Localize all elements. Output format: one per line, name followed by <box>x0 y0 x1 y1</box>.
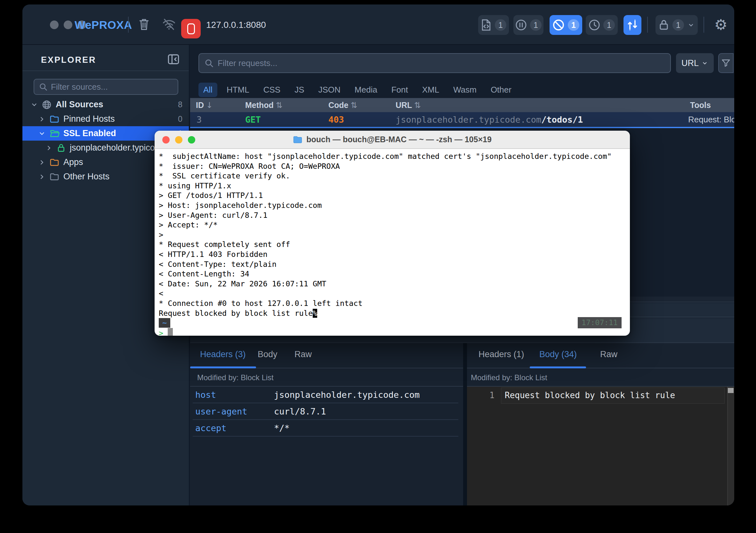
window-minimize-button[interactable] <box>64 20 72 29</box>
tab-request-headers[interactable]: Headers (3) <box>200 350 246 359</box>
column-id[interactable]: ID ↓ <box>196 100 213 110</box>
clear-requests-button[interactable] <box>136 16 152 33</box>
terminal-line: * Connection #0 to host 127.0.0.1 left i… <box>159 298 630 308</box>
tab-all[interactable]: All <box>199 83 217 97</box>
terminal-titlebar[interactable]: bouch — bouch@EB-MAC — ~ — -zsh — 105×19 <box>155 131 630 149</box>
tab-request-raw[interactable]: Raw <box>294 350 312 359</box>
wifi-slash-icon <box>162 18 176 31</box>
trash-icon <box>138 17 150 31</box>
header-row: user-agent curl/8.7.1 <box>193 403 458 420</box>
tab-wasm[interactable]: Wasm <box>448 83 481 97</box>
block-icon <box>553 19 565 31</box>
terminal-line: * using HTTP/1.x <box>159 181 630 191</box>
swap-icon <box>626 19 638 31</box>
sidebar-item-all-sources[interactable]: All Sources 8 <box>22 98 189 112</box>
intercept-stop-button[interactable] <box>181 19 201 39</box>
column-tools: Tools <box>690 100 711 110</box>
column-url[interactable]: URL ⇅ <box>395 100 421 110</box>
panel-splitter[interactable] <box>463 343 467 505</box>
proxy-address: 127.0.0.1:8080 <box>206 20 266 30</box>
terminal-line: < Date: Sun, 22 Mar 2026 16:07:11 GMT <box>159 279 630 289</box>
folder-open-icon <box>49 128 60 139</box>
requests-table-header: ID ↓ Method ⇅ Code ⇅ URL ⇅ Tools <box>190 98 734 112</box>
editor-scrollbar-thumb[interactable] <box>728 388 734 393</box>
request-row[interactable]: 3 GET 403 jsonplaceholder.typicode.com/t… <box>190 112 734 128</box>
search-icon <box>204 58 214 68</box>
terminal-window[interactable]: bouch — bouch@EB-MAC — ~ — -zsh — 105×19… <box>155 131 630 336</box>
ssl-hosts-badge[interactable]: 1 <box>656 15 698 35</box>
tab-html[interactable]: HTML <box>222 83 254 97</box>
tab-css[interactable]: CSS <box>258 83 285 97</box>
globe-icon <box>41 99 52 110</box>
sort-both-icon: ⇅ <box>350 100 357 110</box>
search-icon <box>39 82 48 91</box>
terminal-content[interactable]: * subjectAltName: host "jsonplaceholder.… <box>155 149 630 336</box>
chevron-right-icon <box>39 159 45 166</box>
editor-scrollbar[interactable] <box>727 387 734 505</box>
lock-icon <box>56 143 66 153</box>
settings-button[interactable]: ⚙ <box>711 14 730 35</box>
header-row: accept */* <box>193 420 458 436</box>
tab-request-body[interactable]: Body <box>258 350 278 359</box>
tab-other[interactable]: Other <box>486 83 516 97</box>
column-code[interactable]: Code ⇅ <box>328 100 357 110</box>
prompt-symbol: > <box>159 328 163 336</box>
response-detail-tabs: Headers (1) Body (34) Raw <box>467 343 734 368</box>
tab-js[interactable]: JS <box>290 83 309 97</box>
pause-icon <box>515 19 527 31</box>
line-number: 1 <box>476 390 495 400</box>
badge-count: 1 <box>603 19 615 31</box>
response-body-editor[interactable]: 1 Request blocked by block list rule <box>467 387 734 505</box>
tab-font[interactable]: Font <box>387 83 413 97</box>
delay-rules-badge[interactable]: 1 <box>586 15 618 35</box>
modified-by-label: Modified by: Block List <box>467 369 734 387</box>
terminal-minimize-button[interactable] <box>175 136 182 144</box>
inverse-percent-cursor: % <box>313 309 317 318</box>
script-rules-badge[interactable]: 1 <box>478 15 509 35</box>
chevron-down-icon <box>687 21 695 29</box>
type-filter-tabs: All HTML CSS JS JSON Media Font XML Wasm… <box>199 81 516 98</box>
chevron-down-icon <box>39 130 45 137</box>
tab-xml[interactable]: XML <box>418 83 444 97</box>
request-detail-tabs: Headers (3) Body Raw <box>190 343 463 368</box>
window-close-button[interactable] <box>50 20 59 29</box>
terminal-cursor <box>168 328 173 336</box>
tab-json[interactable]: JSON <box>314 83 345 97</box>
chevron-right-icon <box>45 145 52 152</box>
terminal-line: * issuer: CN=WePROXA Root CA; O=WePROXA <box>159 161 630 171</box>
terminal-title: bouch — bouch@EB-MAC — ~ — -zsh — 105×19 <box>306 135 492 144</box>
tab-response-body[interactable]: Body (34) <box>539 350 577 359</box>
chevron-down-icon <box>701 60 708 67</box>
filter-field-dropdown[interactable]: URL <box>676 53 714 73</box>
terminal-line: * subjectAltName: host "jsonplaceholder.… <box>159 152 630 161</box>
column-method[interactable]: Method ⇅ <box>245 100 283 110</box>
sidebar-item-pinned-hosts[interactable]: Pinned Hosts 0 <box>22 112 189 126</box>
clock-icon <box>589 19 600 31</box>
terminal-line: > Accept: */* <box>159 220 630 230</box>
request-detail-panel: Headers (3) Body Raw Modified by: Block … <box>190 343 463 505</box>
funnel-icon <box>721 58 731 68</box>
tab-response-headers[interactable]: Headers (1) <box>478 350 524 359</box>
detail-panels: Headers (3) Body Raw Modified by: Block … <box>190 343 734 505</box>
request-tools: Request: Block <box>688 115 734 125</box>
collapse-sidebar-button[interactable] <box>166 52 181 67</box>
tab-response-raw[interactable]: Raw <box>600 350 617 359</box>
sources-filter-input[interactable] <box>51 82 173 92</box>
tab-media[interactable]: Media <box>350 83 382 97</box>
sources-filter <box>34 79 178 95</box>
advanced-filter-button[interactable] <box>718 53 734 73</box>
request-url: jsonplaceholder.typicode.com/todos/1 <box>395 115 583 125</box>
terminal-line: * Request completely sent off <box>159 239 630 249</box>
terminal-zoom-button[interactable] <box>188 136 195 144</box>
badge-count: 1 <box>672 19 684 31</box>
chevron-down-icon <box>31 101 38 108</box>
rewrite-rules-badge[interactable] <box>624 15 641 35</box>
block-rules-badge[interactable]: 1 <box>550 15 582 35</box>
toolbar-divider <box>128 17 129 33</box>
network-toggle-button[interactable] <box>161 16 177 33</box>
header-row: host jsonplaceholder.typicode.com <box>193 387 458 403</box>
pause-rules-badge[interactable]: 1 <box>513 15 544 35</box>
terminal-close-button[interactable] <box>162 136 170 144</box>
requests-filter-input[interactable] <box>218 58 665 68</box>
desktop: WePROXA 127.0.0.1:8080 <box>0 0 756 533</box>
